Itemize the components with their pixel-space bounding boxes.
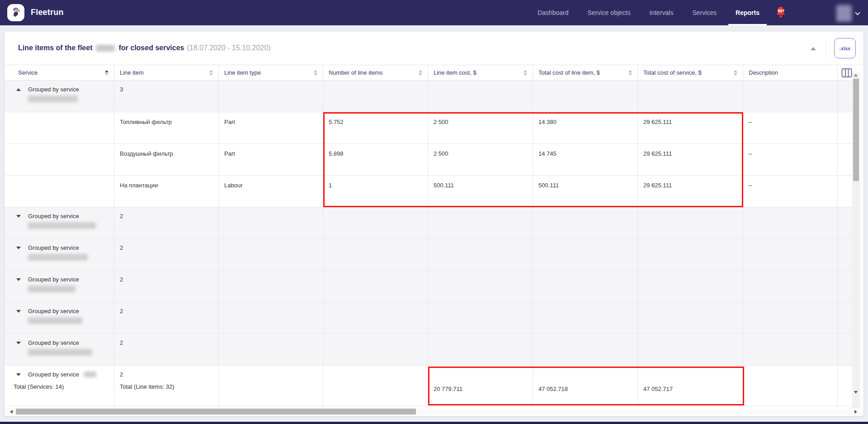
scroll-left-arrow-icon[interactable]	[10, 410, 13, 414]
group-line-item-count: 2	[114, 371, 214, 378]
group-label: Grouped by service	[28, 244, 79, 251]
table-row-group[interactable]: Grouped by service2	[5, 302, 855, 334]
group-line-item-count: 2	[114, 339, 214, 346]
table-row-group[interactable]: Grouped by service2	[5, 207, 855, 239]
column-header-label: Total cost of service, $	[643, 69, 702, 76]
service-group-cell: Grouped by service	[5, 302, 114, 333]
cell-line-item-cost: 2 500	[428, 112, 533, 143]
expand-group-icon[interactable]	[16, 278, 21, 281]
column-header-total-cost-of-service[interactable]: Total cost of service, $	[638, 65, 743, 81]
column-header-description[interactable]: Description	[743, 65, 838, 81]
table-row-group[interactable]: Grouped by service2	[5, 239, 855, 271]
nav-item-service-objects[interactable]: Service objects	[580, 0, 638, 25]
sort-arrows-icon[interactable]	[419, 70, 422, 76]
cell-total-cost-of-line-item: 14 380	[533, 112, 638, 143]
cell-number-of-line-items: 5.898	[323, 144, 428, 175]
scroll-right-arrow-icon[interactable]	[854, 410, 857, 414]
expand-group-icon[interactable]	[16, 373, 21, 376]
cell-line-item-type: Labour	[219, 176, 323, 207]
cell-empty	[533, 81, 638, 112]
notifications-bell-icon[interactable]: 99+	[775, 6, 788, 20]
column-header-number-of-line-items[interactable]: Number of line items	[323, 65, 428, 81]
scroll-up-arrow-icon[interactable]	[854, 74, 858, 76]
group-toggle[interactable]: Grouped by service	[5, 371, 109, 378]
table-row-group[interactable]: Grouped by service2	[5, 271, 855, 302]
column-header-service[interactable]: Service	[5, 65, 114, 81]
vertical-scrollbar-thumb[interactable]	[853, 79, 859, 181]
nav-item-services[interactable]: Services	[685, 0, 724, 25]
column-header-label: Line item	[120, 69, 144, 76]
group-count-cell: 2Total (Line items: 32)	[114, 366, 219, 406]
table-row-line-item: На плантацииLabour1500.111500.11129 625.…	[5, 176, 855, 207]
expand-group-icon[interactable]	[16, 215, 21, 218]
vertical-scrollbar[interactable]	[852, 72, 860, 414]
group-toggle[interactable]: Grouped by service	[5, 86, 109, 93]
horizontal-scrollbar[interactable]	[5, 408, 863, 415]
fleet-name-redacted	[96, 45, 115, 52]
collapse-report-button[interactable]	[811, 47, 816, 50]
group-service-name-redacted	[28, 222, 96, 229]
group-toggle[interactable]: Grouped by service	[5, 244, 109, 251]
sort-desc-icon	[628, 73, 632, 76]
report-card-header: Line items of the fleetfor closed servic…	[5, 32, 863, 65]
cell-empty	[638, 334, 743, 365]
sort-desc-icon	[314, 73, 317, 76]
column-header-label: Service	[18, 69, 38, 76]
group-count-cell: 3	[114, 81, 219, 112]
chevron-down-icon[interactable]	[855, 10, 860, 15]
sort-arrows-icon[interactable]	[628, 70, 632, 76]
column-header-total-cost-of-line-item[interactable]: Total cost of line item, $	[533, 65, 638, 81]
collapse-group-icon[interactable]	[16, 88, 21, 91]
cell-empty	[428, 239, 533, 270]
scroll-down-arrow-icon[interactable]	[854, 391, 858, 394]
cell-empty	[743, 81, 838, 112]
sort-asc-icon	[734, 70, 737, 72]
cell-empty	[323, 81, 428, 112]
group-toggle[interactable]: Grouped by service	[5, 276, 109, 283]
report-card: Line items of the fleetfor closed servic…	[5, 32, 863, 416]
group-toggle[interactable]: Grouped by service	[5, 213, 109, 219]
group-line-item-count: 2	[114, 213, 214, 219]
total-value-cell: 47 052.718	[533, 366, 638, 406]
sort-arrows-icon[interactable]	[314, 70, 317, 76]
sort-arrows-icon[interactable]	[209, 70, 213, 76]
expand-group-icon[interactable]	[16, 247, 21, 249]
table-header-row: ServiceLine itemLine item typeNumber of …	[5, 65, 855, 81]
cell-line-item-type: Part	[219, 144, 323, 175]
sort-asc-icon	[105, 70, 108, 72]
sort-desc-icon	[734, 73, 737, 76]
sort-arrows-icon[interactable]	[105, 70, 108, 76]
nav-item-reports[interactable]: Reports	[728, 0, 767, 25]
service-cell-empty	[5, 176, 114, 207]
header-divider	[826, 39, 826, 57]
column-header-line-item-type[interactable]: Line item type	[219, 65, 323, 81]
fleetrun-logo-icon[interactable]	[7, 4, 24, 21]
group-service-name-redacted	[28, 286, 75, 292]
export-xlsx-button[interactable]: .xlsx	[834, 38, 856, 58]
nav-item-dashboard[interactable]: Dashboard	[530, 0, 576, 25]
group-toggle[interactable]: Grouped by service	[5, 339, 109, 346]
notification-badge: 99+	[778, 9, 784, 13]
group-label: Grouped by service	[28, 371, 79, 378]
cell-empty	[323, 239, 428, 270]
column-header-line-item[interactable]: Line item	[114, 65, 219, 81]
cell-line-item: На плантации	[114, 176, 219, 207]
service-group-cell: Grouped by serviceTotal (Services: 14)	[5, 366, 114, 406]
expand-group-icon[interactable]	[16, 342, 21, 344]
sort-arrows-icon[interactable]	[524, 70, 527, 76]
table-row-group[interactable]: Grouped by service2	[5, 334, 855, 366]
cell-line-item-cost: 2 500	[428, 144, 533, 175]
column-header-line-item-cost[interactable]: Line item cost, $	[428, 65, 533, 81]
sort-asc-icon	[314, 70, 317, 72]
horizontal-scrollbar-thumb[interactable]	[16, 409, 416, 414]
table-row-group-with-total[interactable]: Grouped by serviceTotal (Services: 14)2T…	[5, 366, 855, 406]
nav-item-intervals[interactable]: Intervals	[642, 0, 680, 25]
report-title-prefix: Line items of the fleet	[18, 44, 92, 52]
cell-empty	[743, 207, 838, 238]
sort-arrows-icon[interactable]	[734, 70, 737, 76]
table-row-group[interactable]: Grouped by service3	[5, 81, 855, 112]
user-menu-redacted[interactable]	[836, 5, 852, 22]
cell-total-cost-of-line-item: 14 745	[533, 144, 638, 175]
group-toggle[interactable]: Grouped by service	[5, 308, 109, 314]
expand-group-icon[interactable]	[16, 310, 21, 313]
